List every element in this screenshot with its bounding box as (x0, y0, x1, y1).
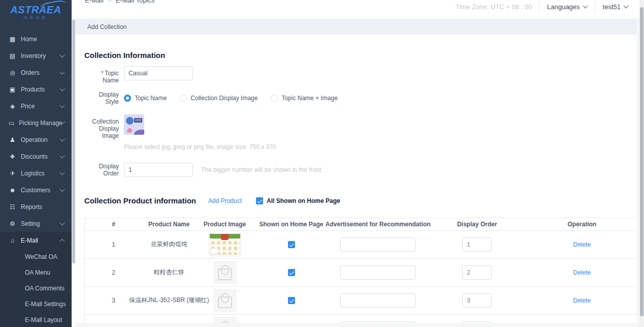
column-header-product-image: Product Image (196, 221, 253, 228)
user-menu[interactable]: test51 (595, 0, 635, 13)
display-style-option-topic-name[interactable]: Topic Name (124, 95, 167, 102)
sidebar-item-customers[interactable]: ☻ Customers (0, 182, 72, 198)
sidebar-item-e-mall[interactable]: ⌂ E-Mall (0, 232, 72, 249)
thumb-pink-shape (127, 128, 133, 134)
topic-name-input[interactable] (124, 66, 193, 80)
chevron-down-icon (60, 137, 65, 142)
display-style-label: Display Style (84, 91, 119, 105)
mall-icon: ⌂ (9, 237, 16, 244)
shown-on-home-checkbox[interactable] (288, 269, 295, 276)
content-panel: Collection Information *Topic Name Displ… (75, 35, 636, 323)
submenu-item-oa-comments[interactable]: OA Comments (0, 280, 72, 296)
chevron-down-icon (60, 170, 65, 175)
sidebar-item-reports[interactable]: ☷ Reports (0, 198, 72, 215)
sidebar-scrollbar[interactable] (72, 0, 75, 327)
display-style-option-collection-display-image[interactable]: Collection Display Image (180, 95, 257, 102)
sidebar-item-picking-manage[interactable]: ▭ Picking Manage (0, 114, 72, 131)
thumb-circle-shape (126, 117, 134, 125)
dashboard-icon: ▦ (9, 36, 16, 43)
page-title: Add Collection (87, 23, 126, 31)
row-index: 3 (112, 297, 115, 304)
column-header-product-name: Product Name (142, 221, 196, 228)
product-name: 粒粒杏仁饼 (154, 268, 184, 277)
bag-icon (218, 296, 232, 308)
sidebar-item-home[interactable]: ▦ Home (0, 31, 72, 47)
breadcrumb-section[interactable]: E-Mall (85, 0, 104, 4)
bag-icon (218, 269, 232, 280)
all-shown-checkbox[interactable] (256, 197, 263, 204)
display-style-row: Display Style Topic Name Collection Disp… (84, 91, 636, 105)
window-scrollbar-thumb[interactable] (640, 7, 643, 316)
advertisement-input[interactable] (340, 293, 415, 308)
display-order-hint: The bigger number will be shown in the f… (201, 166, 323, 173)
table-row: 3 保温杯JNL-352-SBR (珊瑚红) Delete (85, 286, 636, 314)
topbar: E-Mall > E-Mall Topics Time Zone: UTC + … (75, 0, 639, 18)
delete-link[interactable]: Delete (573, 297, 591, 304)
radio-icon (124, 95, 131, 102)
display-order-input[interactable] (124, 163, 193, 177)
row-index: 2 (112, 269, 115, 276)
all-shown-label: All Shown on Home Page (267, 197, 340, 204)
thumb-text-badge (134, 118, 142, 123)
price-tag-icon: ◈ (9, 103, 16, 110)
sidebar-item-discounts[interactable]: ❖ Discounts (0, 148, 72, 165)
topbar-right: Time Zone: UTC + 08 : 00 Languages test5… (448, 0, 635, 13)
shown-on-home-checkbox[interactable] (288, 297, 295, 304)
image-hint: Please select jpg, jpeg or png file, ima… (124, 143, 636, 151)
sidebar-item-inventory[interactable]: ▤ Inventory (0, 47, 72, 64)
product-image-cell (196, 233, 253, 256)
submenu-item-oa-menu[interactable]: OA Menu (0, 264, 72, 280)
product-section-title: Collection Product information (84, 196, 196, 205)
column-header-operation: Operation (527, 221, 636, 228)
advertisement-input[interactable] (340, 321, 415, 323)
cart-icon: ✈ (9, 170, 16, 177)
delete-link[interactable]: Delete (573, 269, 591, 276)
all-shown-toggle[interactable]: All Shown on Home Page (256, 197, 340, 204)
row-display-order-input[interactable] (462, 321, 492, 323)
shown-on-home-checkbox[interactable] (288, 241, 295, 248)
display-style-option-topic-name-image[interactable]: Topic Name + Image (271, 95, 337, 102)
submenu-item-e-mall-settings[interactable]: E-Mall Settings (0, 296, 72, 312)
column-header-: # (85, 221, 142, 228)
row-display-order-input[interactable] (462, 237, 492, 252)
row-index: 1 (112, 241, 115, 248)
table-row: 1 韭菜鲜肉馄饨 Delete (85, 231, 636, 258)
sidebar-item-setting[interactable]: ⚙ Setting (0, 215, 72, 232)
box-icon: ▤ (9, 52, 16, 60)
collection-info-title: Collection Information (84, 41, 636, 60)
sidebar: ASTRAEA 阿斯米亚 ▦ Home ▤ Inventory ◎ Orders… (0, 0, 72, 327)
sidebar-item-orders[interactable]: ◎ Orders (0, 64, 72, 81)
column-header-display-order: Display Order (427, 221, 527, 228)
display-order-label: Display Order (84, 163, 119, 177)
delete-link[interactable]: Delete (573, 241, 591, 248)
product-photo (209, 233, 241, 256)
chevron-down-icon (624, 4, 629, 9)
breadcrumb-separator: > (108, 0, 112, 4)
advertisement-input[interactable] (340, 265, 415, 280)
sidebar-item-operation[interactable]: ♟ Operation (0, 131, 72, 148)
timezone-label: Time Zone: UTC + 08 : 00 (448, 0, 539, 13)
submenu-item-e-mall-layout[interactable]: E-Mall Layout (0, 312, 72, 327)
add-product-link[interactable]: Add Product (208, 197, 242, 204)
table-body: 1 韭菜鲜肉馄饨 Delete 2 粒粒杏仁饼 Delete 3 保温杯JNL-… (85, 231, 636, 323)
row-display-order-input[interactable] (462, 293, 492, 308)
collection-image-thumbnail[interactable] (124, 114, 144, 135)
column-header-shown-on-home-page: Shown on Home Page (254, 221, 329, 228)
sidebar-item-price[interactable]: ◈ Price (0, 98, 72, 114)
collection-image-label: Collection Display Image (84, 114, 119, 139)
sidebar-scrollbar-thumb[interactable] (72, 19, 75, 263)
sidebar-item-logistics[interactable]: ✈ Logistics (0, 165, 72, 182)
submenu-item-wechat-oa[interactable]: WeChat OA (0, 249, 72, 264)
languages-menu[interactable]: Languages (539, 0, 594, 13)
sidebar-nav: ▦ Home ▤ Inventory ◎ Orders ▣ Products ◈… (0, 31, 72, 249)
product-image-placeholder (213, 261, 237, 284)
sidebar-item-products[interactable]: ▣ Products (0, 81, 72, 98)
display-style-options: Topic Name Collection Display Image Topi… (124, 95, 338, 102)
radio-icon (271, 95, 278, 102)
radio-icon (180, 95, 187, 102)
row-display-order-input[interactable] (462, 265, 492, 280)
topic-name-row: *Topic Name (84, 66, 636, 84)
window-scrollbar[interactable] (639, 0, 644, 327)
product-image-cell (196, 261, 253, 284)
advertisement-input[interactable] (340, 237, 415, 252)
